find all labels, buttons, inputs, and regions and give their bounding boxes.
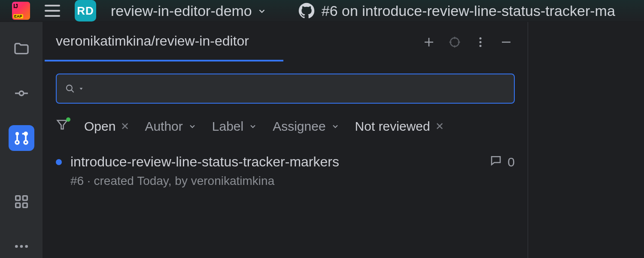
svg-point-26: [67, 85, 72, 91]
svg-point-14: [25, 245, 28, 248]
svg-point-0: [19, 91, 24, 95]
pr-list: introduce-review-line-status-tracker-mar…: [43, 143, 528, 199]
pr-item[interactable]: introduce-review-line-status-tracker-mar…: [56, 154, 515, 188]
chevron-down-icon: [331, 119, 340, 134]
search-box[interactable]: [56, 74, 515, 104]
filter-active-dot: [66, 117, 70, 122]
svg-point-6: [24, 141, 27, 144]
pr-title: introduce-review-line-status-tracker-mar…: [70, 154, 339, 170]
titlebar: IJ EAP RD review-in-editor-demo #6 on in…: [0, 0, 644, 22]
filter-assignee[interactable]: Assignee: [273, 119, 339, 134]
filter-bar: Open ✕ Author Label Assignee: [43, 104, 528, 143]
svg-point-12: [15, 245, 18, 248]
svg-point-24: [480, 45, 482, 47]
app-icon: IJ EAP: [12, 2, 30, 20]
svg-point-3: [15, 132, 19, 135]
svg-rect-9: [15, 203, 20, 207]
filter-icon[interactable]: [56, 118, 69, 134]
svg-point-13: [20, 245, 23, 248]
chevron-down-icon: [249, 119, 257, 134]
main-menu-button[interactable]: [45, 5, 60, 17]
tab-repository[interactable]: veronikatimkina/review-in-editor: [56, 33, 249, 52]
filter-label-label: Label: [212, 119, 243, 134]
svg-point-17: [450, 38, 459, 46]
app-logo-sub: EAP: [13, 14, 23, 18]
pr-meta: #6 · created Today, by veronikatimkina: [56, 174, 515, 188]
target-icon[interactable]: [446, 34, 463, 51]
app-logo-text: IJ: [13, 3, 18, 9]
filter-review[interactable]: Not reviewed ✕: [355, 119, 444, 134]
svg-rect-10: [23, 196, 27, 200]
unread-dot-icon: [56, 159, 62, 165]
search-chevron-icon[interactable]: [78, 86, 84, 92]
pr-comment-count: 0: [507, 155, 515, 169]
tab-label: veronikatimkina/review-in-editor: [56, 33, 249, 49]
project-switcher[interactable]: review-in-editor-demo: [111, 3, 267, 19]
editor-area: [528, 22, 644, 258]
close-icon[interactable]: ✕: [435, 120, 444, 132]
tool-more[interactable]: [9, 233, 34, 258]
project-badge: RD: [75, 0, 96, 22]
project-name: review-in-editor-demo: [111, 3, 252, 19]
filter-state[interactable]: Open ✕: [84, 119, 129, 134]
chevron-down-icon: [188, 119, 197, 134]
svg-marker-28: [80, 88, 83, 90]
tab-underline: [45, 60, 283, 61]
svg-line-27: [71, 90, 73, 92]
svg-marker-29: [58, 120, 67, 129]
svg-point-23: [480, 41, 482, 43]
svg-rect-8: [15, 196, 20, 200]
context-text: #6 on introduce-review-line-status-track…: [322, 3, 615, 19]
svg-point-22: [480, 37, 482, 40]
search-icon: [64, 83, 76, 94]
tool-commits[interactable]: [9, 80, 34, 106]
tab-row: veronikatimkina/review-in-editor: [43, 22, 528, 62]
left-tool-strip: [0, 22, 43, 258]
vcs-context[interactable]: #6 on introduce-review-line-status-track…: [298, 3, 615, 19]
filter-author[interactable]: Author: [145, 119, 196, 134]
chevron-down-icon: [257, 3, 267, 19]
filter-label[interactable]: Label: [212, 119, 257, 134]
pull-requests-panel: veronikatimkina/review-in-editor: [43, 22, 528, 258]
new-pr-button[interactable]: [420, 34, 437, 51]
tool-structure[interactable]: [9, 189, 34, 215]
pr-comments: 0: [489, 154, 515, 170]
minimize-panel-button[interactable]: [498, 34, 515, 51]
svg-point-4: [15, 141, 19, 144]
comment-icon: [489, 154, 502, 170]
close-icon[interactable]: ✕: [121, 120, 129, 132]
tool-pull-requests[interactable]: [9, 125, 34, 151]
svg-rect-11: [23, 203, 27, 207]
filter-state-label: Open: [84, 119, 115, 134]
filter-author-label: Author: [145, 119, 182, 134]
search-input[interactable]: [87, 82, 506, 95]
filter-assignee-label: Assignee: [273, 119, 325, 134]
panel-options-button[interactable]: [472, 34, 489, 51]
github-icon: [298, 3, 315, 19]
svg-point-7: [24, 132, 28, 136]
filter-review-label: Not reviewed: [355, 119, 430, 134]
tool-project[interactable]: [9, 36, 34, 61]
